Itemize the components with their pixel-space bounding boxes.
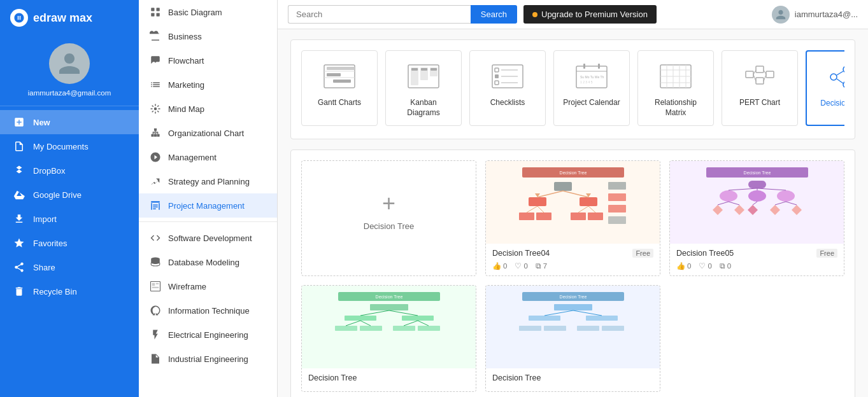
upgrade-label: Upgrade to Premium Version [541, 10, 648, 19]
dt05-title-row: Decision Tree05 Free [676, 249, 837, 258]
sidebar-item-new-label: New [33, 118, 50, 127]
business-icon [149, 30, 162, 43]
menu-item-flowchart-label: Flowchart [168, 56, 204, 66]
svg-text:Decision Tree: Decision Tree [743, 171, 771, 175]
dt04-copies: ⧉ 7 [536, 262, 547, 270]
category-card-pert-chart[interactable]: PERT Chart [722, 50, 798, 126]
like-icon: 👍 [492, 261, 501, 270]
menu-item-basic-diagram-label: Basic Diagram [168, 8, 222, 17]
user-profile: iammurtaza4@gmail.com [0, 36, 139, 106]
logo-icon [10, 9, 28, 27]
heart-icon-2: ♡ [699, 261, 706, 270]
sidebar-nav: New My Documents DropBox Google Drive Im… [0, 106, 139, 397]
google-drive-icon [13, 188, 25, 201]
import-icon [13, 212, 25, 225]
svg-rect-129 [577, 326, 599, 331]
category-card-kanban[interactable]: Kanban Diagrams [385, 50, 462, 126]
svg-rect-113 [360, 326, 382, 331]
sidebar-item-import[interactable]: Import [0, 207, 139, 231]
menu-item-strategy-label: Strategy and Planning [168, 177, 250, 186]
svg-rect-12 [156, 283, 159, 284]
menu-item-info-tech[interactable]: Information Technique [139, 298, 277, 323]
svg-rect-88 [748, 181, 766, 188]
category-card-gantt[interactable]: Gantt Charts [301, 50, 378, 126]
svg-text:1  2  3  4  5: 1 2 3 4 5 [580, 80, 593, 84]
template-card-extra2[interactable]: Decision Tree [485, 285, 660, 392]
content-area: Gantt Charts [278, 29, 868, 397]
database-icon [149, 256, 162, 268]
svg-rect-19 [327, 67, 355, 70]
svg-rect-85 [608, 216, 626, 224]
menu-item-project-management[interactable]: Project Management [139, 193, 277, 218]
search-button[interactable]: Search [471, 5, 517, 24]
menu-panel: Basic Diagram Business Flowchart Marketi… [139, 0, 278, 397]
svg-text:Su Mo Tu We Th: Su Mo Tu We Th [580, 75, 604, 79]
menu-item-basic-diagram[interactable]: Basic Diagram [139, 0, 277, 24]
menu-item-wireframe[interactable]: Wireframe [139, 274, 277, 298]
avatar [49, 43, 90, 84]
menu-item-flowchart[interactable]: Flowchart [139, 48, 277, 73]
dt05-like-count: 0 [687, 262, 691, 270]
svg-rect-26 [430, 68, 437, 71]
svg-line-100 [718, 202, 729, 205]
template-card-extra1[interactable]: Decision Tree [301, 285, 476, 392]
menu-item-database[interactable]: Database Modeling [139, 250, 277, 274]
menu-item-project-management-label: Project Management [168, 201, 245, 211]
svg-rect-122 [554, 304, 592, 310]
sidebar-item-recycle-bin-label: Recycle Bin [33, 287, 77, 296]
sidebar-item-dropbox[interactable]: DropBox [0, 158, 139, 183]
blank-card-content: + Decision Tree [302, 161, 476, 261]
app-logo: edraw max [0, 0, 139, 36]
svg-point-58 [843, 81, 844, 88]
svg-rect-36 [583, 64, 585, 69]
user-display-name: iammurtaza4@... [795, 10, 858, 19]
sidebar-item-recycle-bin[interactable]: Recycle Bin [0, 279, 139, 303]
menu-item-org-chart[interactable]: Organizational Chart [139, 121, 277, 145]
svg-rect-37 [598, 64, 600, 69]
category-card-checklists[interactable]: Checklists [469, 50, 546, 126]
menu-item-marketing[interactable]: Marketing [139, 73, 277, 97]
sidebar-item-dropbox-label: DropBox [33, 166, 66, 176]
menu-section-top: Basic Diagram Business Flowchart Marketi… [139, 0, 277, 218]
menu-item-mind-map[interactable]: Mind Map [139, 97, 277, 121]
svg-line-111 [389, 310, 418, 316]
menu-item-electrical[interactable]: Electrical Engineering [139, 323, 277, 347]
dt04-actions: 👍 0 ♡ 0 ⧉ 7 [492, 261, 653, 270]
sidebar-item-share[interactable]: Share [0, 255, 139, 279]
svg-line-79 [588, 206, 595, 212]
svg-rect-71 [536, 212, 551, 220]
menu-item-software-dev[interactable]: Software Development [139, 226, 277, 250]
menu-item-strategy[interactable]: Strategy and Planning [139, 169, 277, 193]
pert-chart-label: PERT Chart [739, 98, 780, 108]
svg-rect-32 [495, 81, 499, 85]
svg-marker-93 [734, 205, 744, 215]
svg-point-90 [748, 190, 766, 202]
share-icon [13, 261, 25, 274]
sidebar-item-my-documents[interactable]: My Documents [0, 134, 139, 158]
upgrade-dot [532, 12, 537, 17]
svg-point-57 [843, 66, 844, 73]
sidebar-item-google-drive[interactable]: Google Drive [0, 183, 139, 207]
template-card-dt04[interactable]: Decision Tree [485, 160, 660, 276]
menu-item-business[interactable]: Business [139, 24, 277, 48]
sidebar-item-favorites[interactable]: Favorites [0, 231, 139, 255]
category-card-relationship-matrix[interactable]: Relationship Matrix [637, 50, 714, 126]
dt04-copy-count: 7 [543, 262, 547, 270]
org-chart-icon [149, 127, 162, 139]
sidebar-item-new[interactable]: New [0, 110, 139, 134]
menu-item-management[interactable]: Management [139, 145, 277, 169]
search-input[interactable] [288, 5, 471, 24]
template-card-blank[interactable]: + Decision Tree [301, 160, 476, 276]
menu-item-industrial[interactable]: Industrial Engineering [139, 347, 277, 371]
svg-rect-0 [151, 8, 154, 11]
svg-line-102 [753, 202, 757, 205]
svg-rect-72 [571, 212, 586, 220]
template-card-dt05[interactable]: Decision Tree [669, 160, 844, 276]
electrical-icon [149, 328, 162, 341]
category-card-decision-tree[interactable]: Decision Tree [806, 50, 844, 126]
category-card-project-calendar[interactable]: Su Mo Tu We Th 1 2 3 4 5 Project Calenda… [553, 50, 630, 126]
upgrade-button[interactable]: Upgrade to Premium Version [523, 5, 657, 24]
svg-rect-82 [608, 182, 626, 190]
svg-line-104 [786, 202, 797, 205]
svg-line-116 [346, 321, 360, 326]
